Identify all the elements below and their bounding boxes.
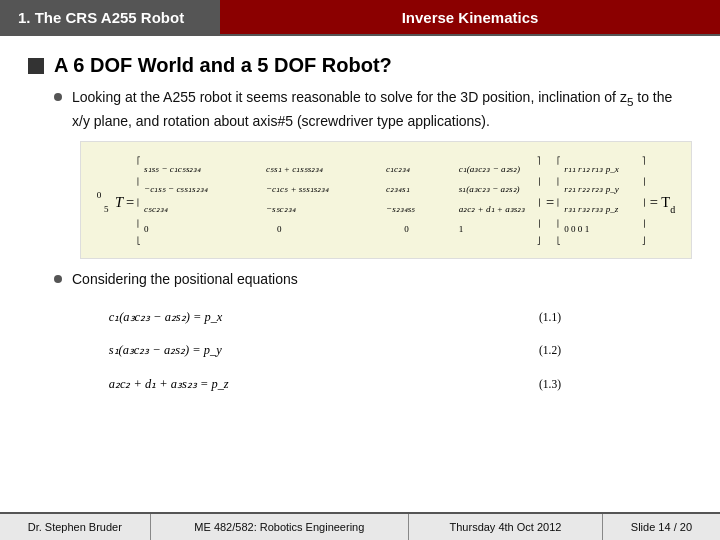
svg-text:⎥: ⎥ — [642, 219, 646, 228]
svg-text:⎤: ⎤ — [537, 156, 541, 165]
footer-slide: Slide 14 / 20 — [603, 514, 720, 540]
footer-author-text: Dr. Stephen Bruder — [28, 521, 122, 533]
svg-text:c₁c₂₃₄: c₁c₂₃₄ — [386, 164, 410, 174]
equations-svg: c₁(a₃c₂₃ − a₂s₂) = p_x (1.1) s₁(a₃c₂₃ − … — [80, 297, 692, 402]
matrix-equation-area: 0 5 T = ⎡ ⎢ ⎢ ⎢ ⎣ s₁s₅ − c₁c₅s₂₃₄ c₅s₁ +… — [80, 141, 692, 258]
svg-text:⎢: ⎢ — [557, 198, 561, 207]
svg-text:(1.1): (1.1) — [539, 311, 561, 324]
footer: Dr. Stephen Bruder ME 482/582: Robotics … — [0, 512, 720, 540]
svg-text:⎣: ⎣ — [137, 236, 141, 245]
svg-text:⎣: ⎣ — [557, 236, 561, 245]
svg-text:5: 5 — [104, 204, 109, 214]
svg-text:s₁(a₃c₂₃ − a₂s₂) = p_y: s₁(a₃c₂₃ − a₂s₂) = p_y — [109, 343, 222, 357]
svg-text:⎢: ⎢ — [137, 198, 141, 207]
question-row: A 6 DOF World and a 5 DOF Robot? — [28, 54, 692, 77]
svg-text:T: T — [115, 194, 124, 210]
footer-date: Thursday 4th Oct 2012 — [409, 514, 603, 540]
svg-text:⎢: ⎢ — [137, 177, 141, 186]
svg-text:0: 0 — [404, 224, 409, 234]
footer-date-text: Thursday 4th Oct 2012 — [450, 521, 562, 533]
sub-item-1: Looking at the A255 robot it seems reaso… — [54, 87, 692, 131]
svg-text:0     0    0    1: 0 0 0 1 — [564, 224, 589, 234]
svg-text:−c₁c₅ + s₅s₁s₂₃₄: −c₁c₅ + s₅s₁s₂₃₄ — [266, 184, 329, 194]
svg-text:(1.3): (1.3) — [539, 378, 561, 391]
svg-text:a₂c₂ + d₁ + a₃s₂₃: a₂c₂ + d₁ + a₃s₂₃ — [459, 204, 526, 214]
svg-text:−c₁s₅ − c₅s₁s₂₃₄: −c₁s₅ − c₅s₁s₂₃₄ — [144, 184, 207, 194]
svg-text:⎤: ⎤ — [642, 156, 646, 165]
svg-text:0: 0 — [97, 190, 102, 200]
svg-text:c₂₃₄s₁: c₂₃₄s₁ — [386, 184, 410, 194]
svg-text:c₅c₂₃₄: c₅c₂₃₄ — [144, 204, 168, 214]
svg-text:⎥: ⎥ — [642, 177, 646, 186]
svg-text:0: 0 — [277, 224, 282, 234]
svg-text:⎥: ⎥ — [642, 198, 646, 207]
svg-text:⎥: ⎥ — [537, 219, 541, 228]
svg-text:a₂c₂ + d₁ + a₃s₂₃ = p_z: a₂c₂ + d₁ + a₃s₂₃ = p_z — [109, 377, 229, 391]
svg-text:c₅s₁ + c₁s₅s₂₃₄: c₅s₁ + c₁s₅s₂₃₄ — [266, 164, 323, 174]
svg-text:−s₅c₂₃₄: −s₅c₂₃₄ — [266, 204, 296, 214]
footer-slide-text: Slide 14 / 20 — [631, 521, 692, 533]
svg-text:r₂₁  r₂₂  r₂₃  p_y: r₂₁ r₂₂ r₂₃ p_y — [564, 184, 619, 194]
sub-item-2: Considering the positional equations — [54, 269, 692, 289]
matrix-equation-svg: 0 5 T = ⎡ ⎢ ⎢ ⎢ ⎣ s₁s₅ − c₁c₅s₂₃₄ c₅s₁ +… — [95, 152, 677, 247]
svg-text:=: = — [126, 194, 134, 210]
svg-text:0: 0 — [144, 224, 149, 234]
slide-section-label: 1. The CRS A255 Robot — [18, 9, 184, 26]
svg-text:⎥: ⎥ — [537, 198, 541, 207]
footer-course-text: ME 482/582: Robotics Engineering — [194, 521, 364, 533]
header-left-title: 1. The CRS A255 Robot — [0, 0, 220, 34]
svg-text:⎡: ⎡ — [137, 156, 141, 165]
bullet-square-icon — [28, 58, 44, 74]
question-title: A 6 DOF World and a 5 DOF Robot? — [54, 54, 392, 77]
svg-text:(1.2): (1.2) — [539, 344, 561, 357]
slide-topic-label: Inverse Kinematics — [402, 9, 539, 26]
sub-items-list: Looking at the A255 robot it seems reaso… — [54, 87, 692, 406]
svg-text:s₁s₅ − c₁c₅s₂₃₄: s₁s₅ − c₁c₅s₂₃₄ — [144, 164, 201, 174]
main-content: A 6 DOF World and a 5 DOF Robot? Looking… — [0, 36, 720, 416]
header-right-title: Inverse Kinematics — [220, 0, 720, 34]
svg-text:1: 1 — [459, 224, 464, 234]
sub-bullet-icon-2 — [54, 275, 62, 283]
footer-author: Dr. Stephen Bruder — [0, 514, 151, 540]
sub-text-1: Looking at the A255 robot it seems reaso… — [72, 87, 692, 131]
equations-area: c₁(a₃c₂₃ − a₂s₂) = p_x (1.1) s₁(a₃c₂₃ − … — [80, 297, 692, 406]
svg-text:⎡: ⎡ — [557, 156, 561, 165]
svg-text:=: = — [546, 194, 554, 210]
svg-text:c₁(a₃c₂₃ − a₂s₂) = p_x: c₁(a₃c₂₃ − a₂s₂) = p_x — [109, 310, 223, 324]
sub-text-2: Considering the positional equations — [72, 269, 298, 289]
svg-text:⎥: ⎥ — [537, 177, 541, 186]
svg-text:⎦: ⎦ — [642, 236, 646, 245]
header: 1. The CRS A255 Robot Inverse Kinematics — [0, 0, 720, 36]
svg-text:c₁(a₃c₂₃ − a₂s₂): c₁(a₃c₂₃ − a₂s₂) — [459, 164, 520, 174]
sub-bullet-icon-1 — [54, 93, 62, 101]
svg-text:r₁₁  r₁₂  r₁₃  p_x: r₁₁ r₁₂ r₁₃ p_x — [564, 164, 619, 174]
svg-text:r₃₁  r₃₂  r₃₃  p_z: r₃₁ r₃₂ r₃₃ p_z — [564, 204, 618, 214]
svg-text:⎢: ⎢ — [557, 219, 561, 228]
svg-text:= Td: = Td — [650, 194, 675, 215]
svg-text:−s₂₃₄s₅: −s₂₃₄s₅ — [386, 204, 415, 214]
svg-text:⎦: ⎦ — [537, 236, 541, 245]
svg-text:s₁(a₃c₂₃ − a₂s₂): s₁(a₃c₂₃ − a₂s₂) — [459, 184, 520, 194]
svg-text:⎢: ⎢ — [137, 219, 141, 228]
svg-text:⎢: ⎢ — [557, 177, 561, 186]
footer-course: ME 482/582: Robotics Engineering — [151, 514, 410, 540]
